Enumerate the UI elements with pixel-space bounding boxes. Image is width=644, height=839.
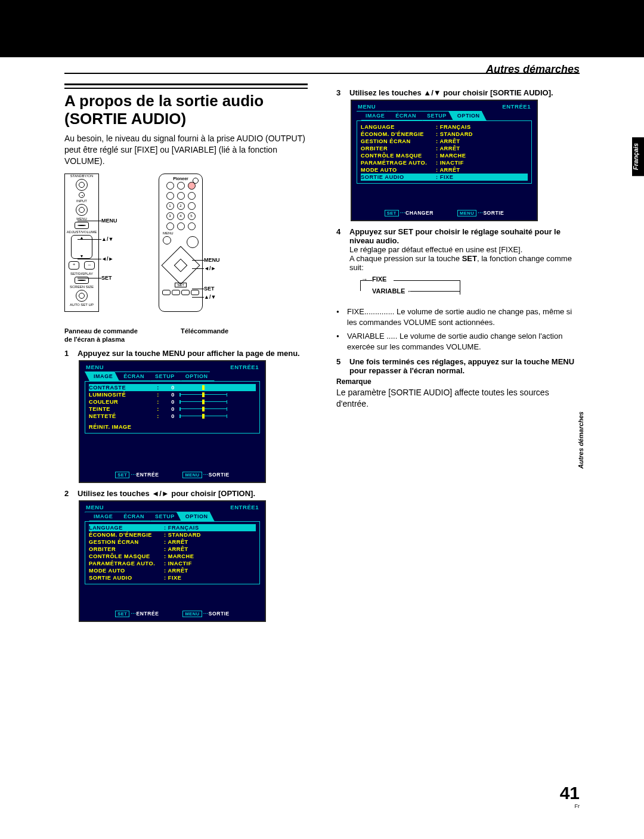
osd-tab-setup: SETUP	[146, 371, 181, 381]
osd-row: TEINTE:0	[89, 405, 256, 413]
remote-box: Pioneer 12 345 MENU	[159, 174, 203, 312]
remote-updown-label: ▲/▼	[204, 294, 216, 300]
top-black-bar	[0, 0, 644, 57]
remark-heading: Remarque	[336, 377, 580, 386]
remote-control: Pioneer 12 345 MENU	[159, 174, 203, 312]
panel-set-label: SET	[101, 275, 112, 281]
header-rule	[64, 73, 580, 74]
side-tab-language: Français	[632, 137, 644, 176]
osd-row: LUMINOSITÉ:0	[89, 391, 256, 398]
osd-row: COULEUR:0	[89, 398, 256, 405]
cycle-diagram: FIXE VARIABLE	[359, 275, 466, 302]
step-2: 2 Utilisez les touches ◄/► pour choisir …	[64, 489, 308, 498]
osd-tab-image: IMAGE	[85, 371, 119, 381]
step-1: 1 Appuyez sur la touche MENU pour affich…	[64, 349, 308, 358]
figure-captions: Panneau de commande de l'écran à plasma …	[64, 323, 308, 344]
content-columns: A propos de la sortie audio (SORTIE AUDI…	[64, 83, 580, 628]
remote-leftright-label: ◄/►	[204, 265, 216, 271]
title-rule	[64, 88, 308, 89]
page-number: 41 Fr	[560, 783, 580, 809]
osd-row: NETTETÉ:0	[89, 413, 256, 420]
osd-image-menu: MENU ENTRÉE1 IMAGE ÉCRAN SETUP OPTION CO…	[79, 360, 266, 483]
step-3: 3 Utilisez les touches ▲/▼ pour choisir …	[336, 88, 580, 97]
osd-tab-ecran: ÉCRAN	[114, 371, 151, 381]
page-title: A propos de la sortie audio (SORTIE AUDI…	[64, 92, 308, 128]
right-column: 3 Utilisez les touches ▲/▼ pour choisir …	[336, 83, 580, 628]
controls-figure: STANDBY/ON INPUT MENU ADJUST/VOLUME ▲ ▼	[64, 174, 308, 323]
variable-description: VARIABLE ..... Le volume de sortie audio…	[336, 331, 580, 352]
panel-leftright-label: ◄/►	[101, 256, 113, 262]
osd-option-menu-2: MENU ENTRÉE1 IMAGE ÉCRAN SETUP OPTION LA…	[351, 100, 538, 221]
fixe-description: FIXE.............. Le volume de sortie a…	[336, 307, 580, 328]
plasma-panel: STANDBY/ON INPUT MENU ADJUST/VOLUME ▲ ▼	[64, 174, 99, 312]
title-rule-thick	[64, 83, 308, 85]
panel-box: STANDBY/ON INPUT MENU ADJUST/VOLUME ▲ ▼	[64, 174, 99, 312]
panel-updown-label: ▲/▼	[101, 236, 113, 242]
step-4: 4 Appuyez sur SET pour choisir le réglag…	[336, 227, 580, 272]
remote-set-label: SET	[204, 286, 215, 292]
osd-reset: RÉINIT. IMAGE	[89, 423, 256, 431]
osd-option-menu-1: MENU ENTRÉE1 IMAGE ÉCRAN SETUP OPTION LA…	[79, 500, 266, 622]
osd-tab-option: OPTION	[177, 371, 215, 381]
osd-hints: SET···ENTRÉE MENU···SORTIE	[80, 469, 265, 478]
panel-menu-label: MENU	[101, 218, 117, 224]
manual-page: Autres démarches A propos de la sortie a…	[0, 0, 644, 839]
remark-body: Le paramètre [SORTIE AUDIO] affecte tout…	[336, 387, 580, 410]
osd-row: CONTRASTE:0	[89, 384, 256, 391]
left-column: A propos de la sortie audio (SORTIE AUDI…	[64, 83, 308, 628]
step-5: 5 Une fois terminés ces réglages, appuye…	[336, 357, 580, 375]
intro-paragraph: Au besoin, le niveau du signal fourni à …	[64, 133, 308, 167]
side-section-label: Autres démarches	[577, 411, 584, 469]
remote-menu-label: MENU	[204, 257, 220, 263]
